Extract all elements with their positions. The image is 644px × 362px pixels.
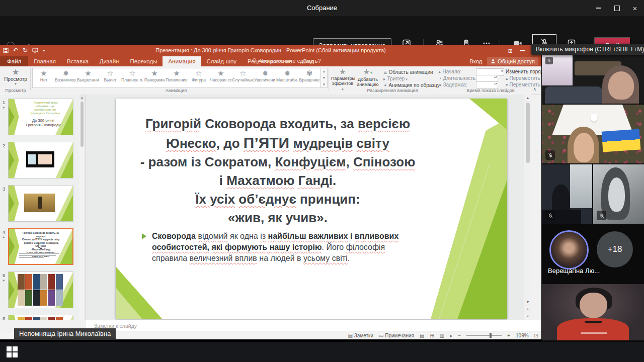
comments-toggle[interactable]: ▭ Примечания: [379, 333, 414, 338]
star-icon: ★: [331, 68, 354, 76]
ppt-minimize-button[interactable]: [520, 50, 525, 51]
animation-pane-button[interactable]: ≣Область анимации: [383, 69, 433, 75]
slide-title-line: Григорій Сковорода входить, за версією: [127, 115, 429, 133]
normal-view-icon[interactable]: ▤: [420, 333, 424, 338]
star-burst: ✹: [55, 69, 77, 77]
star-solid: ★: [210, 69, 232, 77]
star-swirl: ✾: [298, 69, 320, 77]
mic-muted-icon: [545, 211, 555, 220]
tab-3[interactable]: Вставка: [61, 56, 94, 66]
preview-button[interactable]: ★ Просмотр ▾: [4, 68, 27, 87]
participant-video[interactable]: [593, 164, 644, 224]
book-covers-collage: [18, 317, 63, 320]
slide-thumbnail-row: 5✶: [0, 272, 85, 312]
slide-number: 5: [3, 273, 5, 278]
ukraine-flag: [601, 129, 640, 152]
document-title: Презентация : До 300-річчя Григорія Сков…: [0, 47, 541, 53]
mic-muted-icon: [545, 57, 553, 64]
slide-thumbnail-row: 3: [0, 185, 85, 225]
participant-video[interactable]: [542, 284, 644, 340]
gallery-scroll[interactable]: ▲▼▼: [320, 68, 328, 88]
animation-effect-item[interactable]: ☆Фигура: [188, 68, 210, 87]
slide-thumbnail-2[interactable]: [8, 142, 73, 178]
slide-sorter-icon[interactable]: ⊞: [430, 333, 434, 338]
trigger-icon: ▸: [383, 76, 386, 81]
minimize-button[interactable]: [590, 0, 608, 16]
animation-effect-item[interactable]: ✾Вращение: [298, 68, 320, 87]
maximize-button[interactable]: [608, 0, 626, 16]
participant-video[interactable]: [542, 105, 644, 163]
animation-effect-item[interactable]: ✹Возникнов...: [55, 68, 77, 87]
fit-slide-icon[interactable]: ⊡: [534, 333, 538, 338]
document-share-button[interactable]: Общий доступ: [487, 57, 538, 65]
notes-pane[interactable]: Заметки к слайду: [86, 320, 541, 331]
tell-me-box[interactable]: Что вы хотите сделать?: [252, 58, 321, 64]
star-outline: ☆: [121, 69, 143, 77]
zoom-slider[interactable]: [466, 335, 502, 336]
slide-thumbnail-3[interactable]: [8, 185, 73, 222]
animation-effect-item[interactable]: ✹Масштаби...: [276, 68, 298, 87]
add-animation-button[interactable]: ★+ Добавить анимацию: [355, 68, 380, 87]
animation-effect-item[interactable]: ✹Увеличени...: [254, 68, 276, 87]
slide-number: 2: [3, 143, 5, 148]
triangle-bullet-icon: [142, 233, 146, 239]
tab-6[interactable]: Анимация: [163, 56, 201, 66]
slide-thumbnail-row: 1✶Тематичний захід«Україна - цеособистос…: [0, 99, 85, 139]
slide-title-line: - разом із Сократом, Конфуцієм, Спінозою: [127, 153, 429, 171]
star-burst: ✹: [276, 69, 298, 77]
start-label: ▸Начало:: [439, 69, 461, 74]
slide-title-line: Їх усіх об’єднує принцип:: [127, 190, 429, 209]
star-plus-icon: ★+: [355, 68, 380, 77]
animation-star-icon: ✶: [2, 279, 6, 283]
animation-effect-item[interactable]: ★Часовая ст...: [210, 68, 232, 87]
ribbon-display-icon[interactable]: ⊞: [508, 48, 513, 54]
star-burst: ✹: [254, 69, 276, 77]
duration-label: ◔Длительность:: [439, 75, 477, 81]
animation-effect-item[interactable]: ☆Случайные...: [232, 68, 254, 87]
slide-title-line: Юнеско, до П’ЯТИ мудреців світу: [127, 133, 429, 153]
animation-effect-item[interactable]: ☆Вылет: [99, 68, 121, 87]
trigger-button[interactable]: ▸Триггер ▾: [383, 76, 408, 81]
overflow-participants-badge[interactable]: +18: [597, 231, 633, 267]
close-button[interactable]: ×: [626, 0, 644, 16]
zoom-level[interactable]: 109%: [516, 333, 529, 338]
tab-5[interactable]: Переходы: [124, 56, 163, 66]
tab-7[interactable]: Слайд-шоу: [201, 56, 242, 66]
animation-effect-item[interactable]: ★Выцветание: [77, 68, 99, 87]
zoom-in-icon[interactable]: +: [507, 333, 510, 338]
effect-options-button[interactable]: ★ Параметры эффектов ▾: [331, 68, 354, 92]
delay-label: ◕Задержка:: [439, 82, 467, 87]
slide-title-text[interactable]: Григорій Сковорода входить, за версієюЮн…: [127, 115, 429, 227]
animation-effect-item[interactable]: ★Панорама: [143, 68, 166, 87]
teams-titlebar: Собрание ×: [0, 0, 644, 16]
animation-painter-button[interactable]: ✶Анимация по образцу: [383, 82, 440, 88]
collapse-ribbon-icon[interactable]: ∧: [533, 86, 536, 92]
participant-video[interactable]: [542, 53, 644, 104]
slide-thumbnail-5[interactable]: [8, 272, 73, 308]
slideshow-view-icon[interactable]: ▸: [450, 333, 452, 338]
slide-scrollbar[interactable]: ▲ ▼∧∨: [524, 95, 531, 320]
current-slide-canvas[interactable]: Григорій Сковорода входить, за версієюЮн…: [116, 99, 507, 319]
reading-view-icon[interactable]: ▥: [440, 333, 444, 338]
slide-thumbnail-6[interactable]: [8, 315, 73, 320]
signin-link[interactable]: Вход: [469, 58, 482, 64]
slide-thumbnail-1[interactable]: Тематичний захід«Україна - цеособистості…: [8, 99, 73, 135]
window-title: Собрание: [0, 4, 644, 12]
animation-effect-item[interactable]: ★Появление: [166, 68, 188, 87]
tab-4[interactable]: Дизайн: [94, 56, 125, 66]
participant-video[interactable]: [542, 164, 592, 224]
star-outline: ☆: [232, 69, 254, 77]
notes-toggle[interactable]: ▤ Заметки: [348, 333, 373, 338]
start-button[interactable]: [5, 346, 19, 358]
participant-name-label: Верещагіна Лю...: [548, 267, 600, 275]
slide-thumbnail-4[interactable]: Григорій Сковорода входить, за версієюЮн…: [8, 228, 73, 265]
slide-number: 3: [3, 186, 5, 192]
zoom-out-icon[interactable]: −: [458, 333, 461, 338]
animation-effect-item[interactable]: ★Нет: [33, 68, 55, 87]
thumbnail-scrollbar[interactable]: ▲: [79, 95, 85, 320]
tab-1[interactable]: Файл: [0, 56, 28, 66]
slide-body-text[interactable]: Сковорода відомий як одна із найбільш ва…: [152, 231, 414, 264]
participant-avatar[interactable]: [549, 230, 589, 269]
animation-effect-item[interactable]: ☆Плавное п...: [121, 68, 143, 87]
tab-2[interactable]: Главная: [28, 56, 61, 66]
